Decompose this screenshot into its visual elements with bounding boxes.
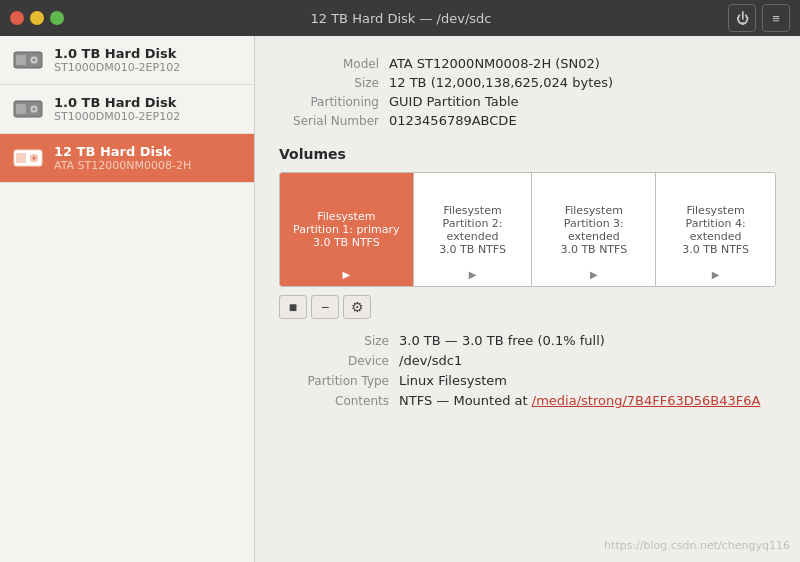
detail-partition-type-value: Linux Filesystem [399, 373, 507, 388]
partition-line3-3: 3.0 TB NTFS [682, 243, 749, 256]
menu-button[interactable]: ≡ [762, 4, 790, 32]
detail-device-label: Device [279, 354, 399, 368]
sidebar-item-2[interactable]: 12 TB Hard Disk ATA ST12000NM0008-2H [0, 134, 254, 183]
volume-toolbar: ■ − ⚙ [279, 295, 776, 319]
detail-size-row: Size 3.0 TB — 3.0 TB free (0.1% full) [279, 333, 776, 348]
partition-segment-1[interactable]: Filesystem Partition 2: extended 3.0 TB … [414, 173, 533, 286]
serial-value: 0123456789ABCDE [389, 113, 517, 128]
partition-bar: Filesystem Partition 1: primary 3.0 TB N… [279, 172, 776, 287]
disk-sub-2: ATA ST12000NM0008-2H [54, 159, 242, 172]
size-row: Size 12 TB (12,000,138,625,024 bytes) [279, 75, 776, 90]
close-button[interactable] [10, 11, 24, 25]
serial-label: Serial Number [279, 114, 389, 128]
partition-segment-2[interactable]: Filesystem Partition 3: extended 3.0 TB … [532, 173, 656, 286]
detail-contents-row: Contents NTFS — Mounted at /media/strong… [279, 393, 776, 408]
window-title: 12 TB Hard Disk — /dev/sdc [74, 11, 728, 26]
disk-icon-0 [12, 48, 44, 72]
detail-contents-value: NTFS — Mounted at /media/strong/7B4FF63D… [399, 393, 760, 408]
svg-rect-9 [16, 153, 26, 163]
detail-contents-label: Contents [279, 394, 399, 408]
disk-icon-2 [12, 146, 44, 170]
svg-point-11 [33, 157, 36, 160]
contents-link[interactable]: /media/strong/7B4FF63D56B43F6A [532, 393, 761, 408]
minimize-button[interactable] [30, 11, 44, 25]
partition-line2-0: Partition 1: primary [293, 223, 400, 236]
partition-arrow-0: ▶ [342, 269, 350, 280]
sidebar-item-0[interactable]: 1.0 TB Hard Disk ST1000DM010-2EP102 [0, 36, 254, 85]
model-value: ATA ST12000NM0008-2H (SN02) [389, 56, 600, 71]
size-label: Size [279, 76, 389, 90]
maximize-button[interactable] [50, 11, 64, 25]
svg-rect-5 [16, 104, 26, 114]
partition-segment-3[interactable]: Filesystem Partition 4: extended 3.0 TB … [656, 173, 775, 286]
disk-name-1: 1.0 TB Hard Disk [54, 95, 242, 110]
contents-prefix: NTFS — Mounted at [399, 393, 532, 408]
detail-partition-type-label: Partition Type [279, 374, 399, 388]
disk-info-0: 1.0 TB Hard Disk ST1000DM010-2EP102 [54, 46, 242, 74]
size-value: 12 TB (12,000,138,625,024 bytes) [389, 75, 613, 90]
delete-button[interactable]: − [311, 295, 339, 319]
partition-line2-2: Partition 3: extended [536, 217, 651, 243]
disk-info-1: 1.0 TB Hard Disk ST1000DM010-2EP102 [54, 95, 242, 123]
partition-line1-0: Filesystem [317, 210, 375, 223]
disk-sub-0: ST1000DM010-2EP102 [54, 61, 242, 74]
detail-device-value: /dev/sdc1 [399, 353, 462, 368]
detail-size-value: 3.0 TB — 3.0 TB free (0.1% full) [399, 333, 605, 348]
disk-name-2: 12 TB Hard Disk [54, 144, 242, 159]
partition-segment-0[interactable]: Filesystem Partition 1: primary 3.0 TB N… [280, 173, 414, 286]
power-button[interactable]: ⏻ [728, 4, 756, 32]
partition-line2-3: Partition 4: extended [660, 217, 771, 243]
disk-info-table: Model ATA ST12000NM0008-2H (SN02) Size 1… [279, 56, 776, 128]
partition-arrow-1: ▶ [469, 269, 477, 280]
model-row: Model ATA ST12000NM0008-2H (SN02) [279, 56, 776, 71]
disk-info-2: 12 TB Hard Disk ATA ST12000NM0008-2H [54, 144, 242, 172]
titlebar-actions: ⏻ ≡ [728, 4, 790, 32]
partition-line1-3: Filesystem [686, 204, 744, 217]
partition-arrow-2: ▶ [590, 269, 598, 280]
svg-point-7 [33, 108, 36, 111]
detail-device-row: Device /dev/sdc1 [279, 353, 776, 368]
volumes-title: Volumes [279, 146, 776, 162]
model-label: Model [279, 57, 389, 71]
partitioning-value: GUID Partition Table [389, 94, 519, 109]
disk-sub-1: ST1000DM010-2EP102 [54, 110, 242, 123]
partition-line3-1: 3.0 TB NTFS [439, 243, 506, 256]
partition-line3-0: 3.0 TB NTFS [313, 236, 380, 249]
partition-line1-1: Filesystem [443, 204, 501, 217]
sidebar: 1.0 TB Hard Disk ST1000DM010-2EP102 1.0 … [0, 36, 255, 562]
detail-size-label: Size [279, 334, 399, 348]
disk-name-0: 1.0 TB Hard Disk [54, 46, 242, 61]
details-table: Size 3.0 TB — 3.0 TB free (0.1% full) De… [279, 333, 776, 408]
main-layout: 1.0 TB Hard Disk ST1000DM010-2EP102 1.0 … [0, 36, 800, 562]
disk-icon-1 [12, 97, 44, 121]
svg-rect-1 [16, 55, 26, 65]
serial-row: Serial Number 0123456789ABCDE [279, 113, 776, 128]
window-controls [10, 11, 64, 25]
settings-button[interactable]: ⚙ [343, 295, 371, 319]
partition-line1-2: Filesystem [565, 204, 623, 217]
detail-partition-type-row: Partition Type Linux Filesystem [279, 373, 776, 388]
watermark: https://blog.csdn.net/chengyq116 [604, 539, 790, 552]
sidebar-item-1[interactable]: 1.0 TB Hard Disk ST1000DM010-2EP102 [0, 85, 254, 134]
partitioning-label: Partitioning [279, 95, 389, 109]
partition-line3-2: 3.0 TB NTFS [560, 243, 627, 256]
svg-point-3 [33, 59, 36, 62]
partitioning-row: Partitioning GUID Partition Table [279, 94, 776, 109]
content-area: Model ATA ST12000NM0008-2H (SN02) Size 1… [255, 36, 800, 562]
partition-line2-1: Partition 2: extended [418, 217, 528, 243]
stop-button[interactable]: ■ [279, 295, 307, 319]
titlebar: 12 TB Hard Disk — /dev/sdc ⏻ ≡ [0, 0, 800, 36]
partition-arrow-3: ▶ [712, 269, 720, 280]
